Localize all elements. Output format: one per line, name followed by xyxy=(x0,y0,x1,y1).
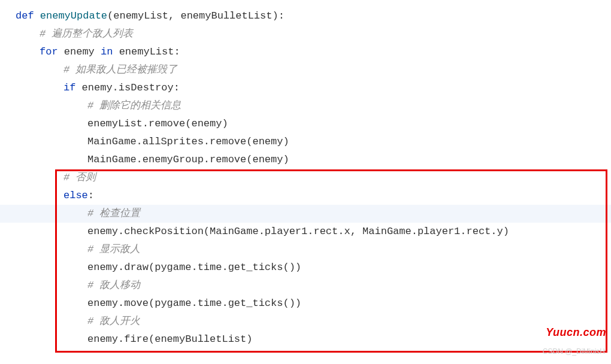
keyword: def xyxy=(16,10,40,22)
code-line: if enemy.isDestroy: xyxy=(0,79,611,97)
code-line: def enemyUpdate(enemyList, enemyBulletLi… xyxy=(0,7,611,25)
identifier: enemy.draw(pygame.time.get_ticks()) xyxy=(87,262,301,273)
code-line: # 否则 xyxy=(0,169,611,187)
comment: # 否则 xyxy=(63,172,96,183)
keyword: for xyxy=(40,46,64,57)
comment: # 检查位置 xyxy=(87,208,140,219)
identifier: enemy.fire(enemyBulletList) xyxy=(87,333,252,345)
comment: # 如果敌人已经被摧毁了 xyxy=(63,64,177,75)
code-line: # 遍历整个敌人列表 xyxy=(0,25,611,43)
code-line: # 显示敌人 xyxy=(0,241,611,259)
function-name: enemyUpdate xyxy=(40,10,107,22)
identifier: enemyList.remove(enemy) xyxy=(87,118,228,129)
comment: # 遍历整个敌人列表 xyxy=(40,28,133,40)
code-line: enemy.move(pygame.time.get_ticks()) xyxy=(0,295,611,313)
identifier: : xyxy=(88,190,94,201)
code-line: # 敌人移动 xyxy=(0,277,611,295)
watermark-csdn: CSDN @_DiMinisH xyxy=(543,342,605,360)
code-line: enemyList.remove(enemy) xyxy=(0,115,611,133)
code-line: # 删除它的相关信息 xyxy=(0,97,611,115)
code-line: enemy.checkPosition(MainGame.player1.rec… xyxy=(0,223,611,241)
keyword: if xyxy=(63,82,82,93)
identifier: enemy.move(pygame.time.get_ticks()) xyxy=(87,298,301,309)
comment: # 显示敌人 xyxy=(87,244,140,255)
keyword: in xyxy=(101,46,119,57)
code-line: # 检查位置 xyxy=(0,205,611,223)
identifier: enemyList: xyxy=(119,46,180,57)
code-line: else: xyxy=(0,187,611,205)
code-line: # 如果敌人已经被摧毁了 xyxy=(0,61,611,79)
identifier: enemy.isDestroy: xyxy=(82,82,180,93)
comment: # 删除它的相关信息 xyxy=(87,100,181,111)
comment: # 敌人移动 xyxy=(87,280,140,291)
code-block: def enemyUpdate(enemyList, enemyBulletLi… xyxy=(0,0,611,364)
code-line: MainGame.allSprites.remove(enemy) xyxy=(0,133,611,151)
identifier: enemy xyxy=(64,46,101,57)
code-line: for enemy in enemyList: xyxy=(0,43,611,61)
code-line: # 敌人开火 xyxy=(0,313,611,330)
code-line: enemy.fire(enemyBulletList) xyxy=(0,330,611,348)
identifier: (enemyList, enemyBulletList): xyxy=(107,10,285,22)
identifier: MainGame.allSprites.remove(enemy) xyxy=(87,136,289,147)
keyword: else xyxy=(63,190,88,201)
comment: # 敌人开火 xyxy=(87,316,140,327)
identifier: enemy.checkPosition(MainGame.player1.rec… xyxy=(87,226,509,237)
code-line: enemy.draw(pygame.time.get_ticks()) xyxy=(0,259,611,277)
code-line: MainGame.enemyGroup.remove(enemy) xyxy=(0,151,611,169)
watermark: Yuucn.com xyxy=(546,323,606,341)
identifier: MainGame.enemyGroup.remove(enemy) xyxy=(87,154,289,165)
